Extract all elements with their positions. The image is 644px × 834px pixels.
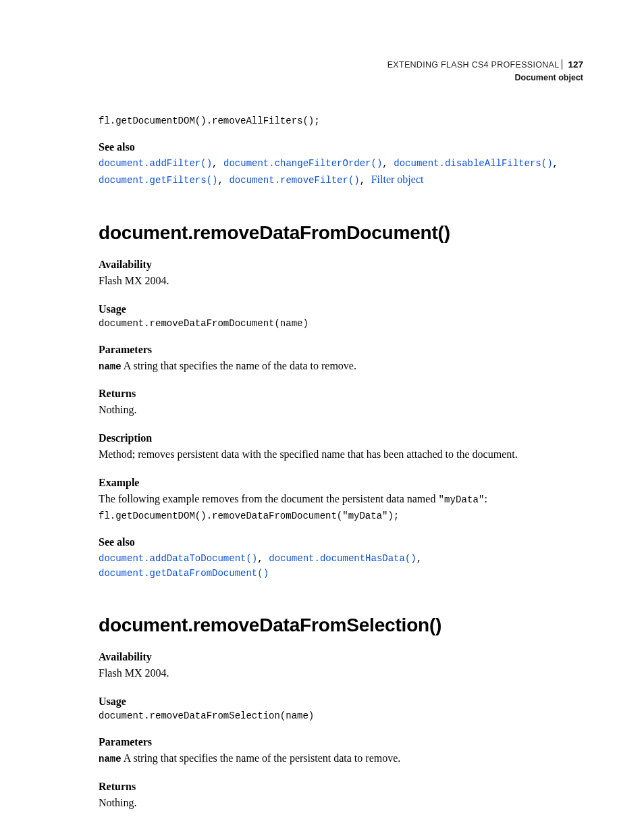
example-intro: The following example removes from the d… <box>99 492 583 506</box>
page: EXTENDING FLASH CS4 PROFESSIONAL127 Docu… <box>0 0 644 834</box>
example-intro-a: The following example removes from the d… <box>99 493 438 504</box>
parameters-heading-2: Parameters <box>99 736 583 748</box>
example-intro-mono: "myData" <box>438 494 484 505</box>
parameters-text: name A string that specifies the name of… <box>99 359 583 373</box>
see-also-heading: See also <box>99 141 583 153</box>
link-adddatatodocument[interactable]: document.addDataToDocument() <box>99 553 257 564</box>
book-title: EXTENDING FLASH CS4 PROFESSIONAL <box>387 60 560 70</box>
param-name-2: name <box>99 754 122 764</box>
returns-heading: Returns <box>99 388 583 400</box>
link-getdatafromdocument[interactable]: document.getDataFromDocument() <box>99 568 269 579</box>
availability-heading-2: Availability <box>99 651 583 663</box>
example-intro-b: : <box>484 493 487 504</box>
code-example-top: fl.getDocumentDOM().removeAllFilters(); <box>99 115 583 126</box>
example-code: fl.getDocumentDOM().removeDataFromDocume… <box>99 511 583 521</box>
description-text: Method; removes persistent data with the… <box>99 447 583 462</box>
section-title-removedatafromdocument: document.removeDataFromDocument() <box>99 222 583 244</box>
availability-text: Flash MX 2004. <box>99 273 583 288</box>
availability-heading: Availability <box>99 259 583 271</box>
link-filter-object[interactable]: Filter object <box>371 174 424 185</box>
parameters-text-2: name A string that specifies the name of… <box>99 751 583 766</box>
usage-heading-2: Usage <box>99 696 583 708</box>
example-heading: Example <box>99 477 583 489</box>
parameters-heading: Parameters <box>99 344 583 356</box>
usage-code: document.removeDataFromDocument(name) <box>99 318 583 329</box>
link-disableallfilters[interactable]: document.disableAllFilters() <box>394 158 552 169</box>
header-section: Document object <box>99 72 583 84</box>
page-header: EXTENDING FLASH CS4 PROFESSIONAL127 Docu… <box>99 58 583 84</box>
returns-text: Nothing. <box>99 402 583 417</box>
returns-heading-2: Returns <box>99 781 583 793</box>
see-also-links: document.addFilter(), document.changeFil… <box>99 156 583 188</box>
param-desc-2: A string that specifies the name of the … <box>122 752 401 764</box>
see-also-heading-2: See also <box>99 536 583 548</box>
link-removefilter[interactable]: document.removeFilter() <box>229 175 359 186</box>
link-changefilterorder[interactable]: document.changeFilterOrder() <box>223 158 382 169</box>
page-number: 127 <box>562 59 583 70</box>
usage-code-2: document.removeDataFromSelection(name) <box>99 710 583 721</box>
returns-text-2: Nothing. <box>99 796 583 810</box>
link-documenthasdata[interactable]: document.documentHasData() <box>269 553 416 564</box>
link-getfilters[interactable]: document.getFilters() <box>99 175 217 186</box>
description-heading: Description <box>99 432 583 444</box>
param-name: name <box>99 361 122 372</box>
section-title-removedatafromselection: document.removeDataFromSelection() <box>99 615 583 636</box>
see-also-links-2: document.addDataToDocument(), document.d… <box>99 551 583 581</box>
header-line-1: EXTENDING FLASH CS4 PROFESSIONAL127 <box>99 58 583 72</box>
param-desc: A string that specifies the name of the … <box>122 360 356 371</box>
link-addfilter[interactable]: document.addFilter() <box>99 158 212 169</box>
usage-heading: Usage <box>99 303 583 315</box>
availability-text-2: Flash MX 2004. <box>99 666 583 681</box>
